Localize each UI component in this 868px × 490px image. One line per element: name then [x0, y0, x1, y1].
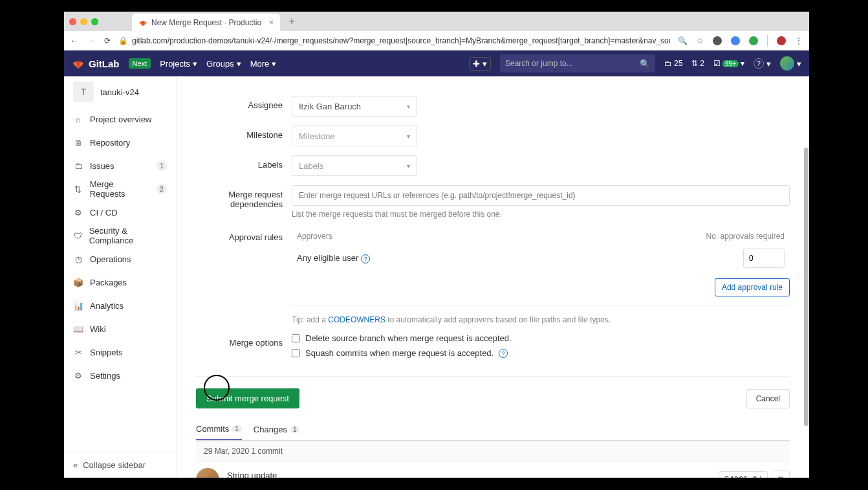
profile-icon[interactable] — [777, 36, 786, 45]
add-approval-rule-button[interactable]: Add approval rule — [715, 278, 790, 296]
assignee-dropdown[interactable]: Itzik Gan Baruch ▾ — [292, 96, 417, 117]
help-menu[interactable]: ?▾ — [754, 58, 771, 69]
sidebar-item-repository[interactable]: 🗎Repository — [64, 131, 176, 154]
mr-deps-help: List the merge requests that must be mer… — [292, 210, 790, 219]
approvals-count-input[interactable] — [743, 249, 785, 268]
milestone-dropdown[interactable]: Milestone ▾ — [292, 126, 417, 146]
url-text: gitlab.com/production-demos/tanuki-v24/-… — [132, 36, 670, 45]
extension-icon[interactable] — [749, 36, 758, 45]
scrollbar-thumb[interactable] — [804, 148, 808, 426]
labels-placeholder: Labels — [299, 161, 323, 171]
nav-more[interactable]: More▾ — [250, 59, 277, 69]
submit-merge-request-button[interactable]: Submit merge request — [196, 388, 299, 408]
new-tab-button[interactable]: + — [284, 14, 299, 29]
window-close-icon[interactable] — [69, 18, 76, 25]
issues-icon: 🗀 — [664, 59, 672, 68]
sidebar-item-overview[interactable]: ⌂Project overview — [64, 107, 176, 131]
collapse-icon: « — [73, 460, 78, 470]
forward-button[interactable]: → — [87, 36, 95, 45]
help-icon[interactable]: ? — [361, 254, 370, 263]
help-icon[interactable]: ? — [499, 349, 508, 358]
search-input[interactable] — [505, 59, 635, 68]
tab-changes[interactable]: Changes 1 — [254, 419, 300, 440]
sidebar-item-operations[interactable]: ◷Operations — [64, 247, 176, 271]
sidebar-item-analytics[interactable]: 📊Analytics — [64, 294, 176, 317]
commit-row[interactable]: String update Itzik Gan Baruch authored … — [196, 462, 790, 478]
milestone-label: Milestone — [196, 126, 292, 146]
menu-icon[interactable]: ⋮ — [795, 36, 803, 45]
gear-icon: ⚙ — [73, 371, 83, 381]
commit-date-header: 29 Mar, 2020 1 commit — [196, 441, 790, 462]
plus-menu[interactable]: ✚▾ — [469, 57, 491, 71]
sidebar-item-label: Project overview — [90, 115, 151, 124]
labels-dropdown[interactable]: Labels ▾ — [292, 155, 417, 176]
window-minimize-icon[interactable] — [80, 18, 87, 25]
commit-title: String update — [227, 471, 348, 478]
delete-source-branch-checkbox[interactable] — [292, 334, 300, 342]
brand[interactable]: GitLab — [72, 57, 120, 70]
next-badge[interactable]: Next — [129, 58, 151, 69]
browser-tab[interactable]: New Merge Request · Productio × — [132, 14, 280, 32]
reload-button[interactable]: ⟳ — [104, 36, 111, 45]
cancel-button[interactable]: Cancel — [746, 389, 790, 408]
delete-source-branch-option[interactable]: Delete source branch when merge request … — [292, 333, 790, 343]
search-box[interactable]: 🔍 — [500, 54, 655, 72]
extension-icon[interactable] — [713, 36, 722, 45]
chevron-down-icon: ▾ — [407, 103, 410, 110]
commit-sha[interactable]: 54281e9d — [719, 471, 768, 478]
collapse-label: Collapse sidebar — [83, 460, 146, 470]
zoom-icon[interactable]: 🔍 — [678, 36, 688, 45]
sidebar-item-label: Repository — [90, 138, 130, 148]
sidebar-item-snippets[interactable]: ✂Snippets — [64, 340, 176, 364]
approval-label: Approval rules — [196, 228, 292, 324]
chart-icon: 📊 — [73, 301, 83, 311]
copy-sha-button[interactable]: ⧉ — [772, 471, 790, 478]
star-icon[interactable]: ☆ — [697, 36, 704, 45]
sidebar-item-cicd[interactable]: ⚙CI / CD — [64, 201, 176, 224]
sidebar-item-issues[interactable]: 🗀Issues1 — [64, 154, 176, 177]
extension-icon[interactable] — [731, 36, 740, 45]
todos-counter[interactable]: ☑99+▾ — [713, 59, 744, 68]
tab-title: New Merge Request · Productio — [151, 18, 261, 27]
mr-icon: ⇅ — [691, 59, 698, 68]
badge: 1 — [157, 161, 167, 171]
squash-commits-option[interactable]: Squash commits when merge request is acc… — [292, 348, 790, 358]
url-field[interactable]: 🔒 gitlab.com/production-demos/tanuki-v24… — [118, 36, 670, 45]
mr-deps-input[interactable] — [292, 185, 790, 206]
avatar — [780, 56, 794, 71]
nav-projects[interactable]: Projects▾ — [160, 59, 197, 69]
window-maximize-icon[interactable] — [91, 18, 98, 25]
sidebar-item-settings[interactable]: ⚙Settings — [64, 364, 176, 387]
sidebar-item-wiki[interactable]: 📖Wiki — [64, 317, 176, 340]
user-menu[interactable]: ▾ — [780, 56, 801, 71]
approvers-header: Approvers — [297, 232, 332, 241]
mr-tabs: Commits 1 Changes 1 — [196, 419, 790, 441]
nav-groups[interactable]: Groups▾ — [206, 59, 241, 69]
approvals-required-header: No. approvals required — [706, 232, 785, 241]
address-bar: ← → ⟳ 🔒 gitlab.com/production-demos/tanu… — [64, 31, 809, 50]
browser-chrome: New Merge Request · Productio × + — [64, 12, 809, 31]
sidebar-item-label: Analytics — [90, 301, 124, 311]
squash-commits-checkbox[interactable] — [292, 349, 300, 357]
project-header[interactable]: T tanuki-v24 — [64, 76, 176, 107]
collapse-sidebar[interactable]: « Collapse sidebar — [64, 452, 176, 478]
scrollbar[interactable] — [803, 44, 809, 465]
chevron-down-icon: ▾ — [797, 59, 801, 69]
sidebar-item-label: Security & Compliance — [89, 226, 167, 245]
chevron-down-icon: ▾ — [193, 59, 197, 69]
chevron-down-icon: ▾ — [407, 162, 410, 170]
sidebar-item-merge-requests[interactable]: ⇅Merge Requests2 — [64, 177, 176, 201]
back-button[interactable]: ← — [71, 36, 78, 45]
sidebar-item-packages[interactable]: 📦Packages — [64, 271, 176, 294]
sidebar: T tanuki-v24 ⌂Project overview 🗎Reposito… — [64, 76, 177, 478]
search-icon: 🔍 — [640, 59, 650, 69]
mr-counter[interactable]: ⇅2 — [691, 59, 704, 68]
sidebar-item-security[interactable]: 🛡Security & Compliance — [64, 224, 176, 247]
issues-counter[interactable]: 🗀25 — [664, 59, 682, 68]
chevron-down-icon: ▾ — [483, 59, 487, 69]
close-tab-icon[interactable]: × — [269, 18, 274, 27]
sidebar-item-label: Merge Requests — [90, 179, 151, 199]
clock-icon: ◷ — [73, 254, 83, 264]
tab-commits[interactable]: Commits 1 — [196, 419, 242, 440]
codeowners-link[interactable]: CODEOWNERS — [328, 315, 385, 324]
